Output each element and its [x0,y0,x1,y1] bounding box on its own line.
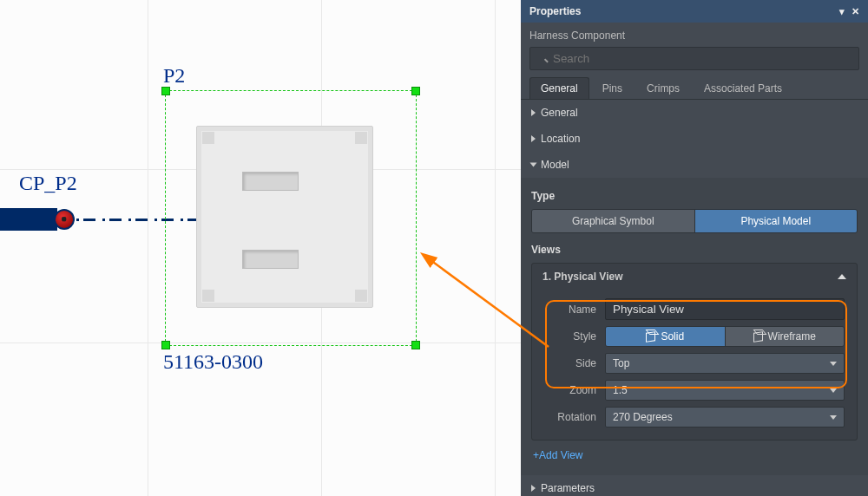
panel-subtitle: Harness Component [521,23,868,47]
style-wireframe-button[interactable]: Wireframe [725,327,845,346]
model-body: Type Graphical Symbol Physical Model Vie… [521,178,868,475]
chevron-down-icon [830,388,837,393]
view-item-title: 1. Physical View [542,271,623,283]
views-label: Views [531,233,858,263]
section-general[interactable]: General [521,100,868,126]
style-segmented: Solid Wireframe [605,326,845,347]
section-label: Parameters [541,482,595,494]
resize-handle-bl[interactable] [161,341,170,349]
type-segmented: Graphical Symbol Physical Model [531,209,858,233]
caret-icon [530,163,537,167]
style-solid-label: Solid [661,330,684,343]
design-canvas[interactable]: P2 CP_P2 51163-0300 [0,0,521,496]
section-label: General [541,107,578,119]
resize-handle-tl[interactable] [161,87,170,95]
caret-icon [531,109,536,116]
section-parameters[interactable]: Parameters [521,475,868,496]
tab-associated-parts[interactable]: Associated Parts [693,77,793,99]
style-wireframe-label: Wireframe [768,330,816,343]
side-value: Top [613,357,830,369]
add-view-link[interactable]: +Add View [531,441,858,465]
side-dropdown[interactable]: Top [605,353,845,374]
component-notch [355,290,367,302]
zoom-dropdown[interactable]: 1.5 [605,380,845,401]
connection-point-node[interactable] [54,209,75,230]
rotation-label: Rotation [544,411,596,423]
zoom-label: Zoom [544,384,596,396]
connection-point-label: CP_P2 [19,172,77,195]
name-label: Name [544,303,596,316]
style-solid-button[interactable]: Solid [606,327,725,346]
type-graphical-button[interactable]: Graphical Symbol [532,210,694,232]
wire-segment [0,208,57,231]
search-icon [529,47,859,70]
name-input[interactable] [605,298,845,320]
pin-icon[interactable]: ▾ [839,6,845,17]
panel-header[interactable]: Properties ▾ ✕ [521,0,868,23]
physical-component[interactable] [196,126,373,308]
search-input[interactable] [529,47,859,70]
style-label: Style [544,330,596,343]
component-notch [355,132,367,144]
properties-panel: Properties ▾ ✕ Harness Component General… [521,0,868,496]
close-icon[interactable]: ✕ [852,6,859,17]
tab-general[interactable]: General [529,77,589,99]
rotation-dropdown[interactable]: 270 Degrees [605,407,845,427]
tab-pins[interactable]: Pins [591,77,634,99]
section-model[interactable]: Model [521,152,868,178]
view-item-header[interactable]: 1. Physical View [532,264,857,290]
component-notch [202,132,214,144]
panel-tabs: General Pins Crimps Associated Parts [521,77,868,100]
section-label: Model [541,159,569,171]
component-slot [242,172,299,191]
cube-icon [753,332,763,342]
cube-icon [646,332,655,342]
type-physical-button[interactable]: Physical Model [694,210,858,232]
designator-label: P2 [163,64,185,88]
chevron-down-icon [830,362,837,366]
part-number-label: 51163-0300 [163,350,263,374]
side-label: Side [544,357,596,369]
zoom-value: 1.5 [613,384,830,396]
chevron-down-icon [830,415,837,420]
caret-icon [531,485,536,492]
component-notch [202,290,214,302]
section-location[interactable]: Location [521,126,868,152]
chevron-up-icon [838,274,846,279]
resize-handle-br[interactable] [411,341,420,349]
caret-icon [531,135,536,142]
view-item-1: 1. Physical View Name Style Solid Wirefr… [531,263,858,441]
tab-crimps[interactable]: Crimps [635,77,691,99]
resize-handle-tr[interactable] [411,87,420,95]
component-slot [242,250,299,269]
type-label: Type [531,185,858,209]
section-label: Location [541,133,580,145]
rotation-value: 270 Degrees [613,411,830,423]
panel-title: Properties [529,5,581,17]
